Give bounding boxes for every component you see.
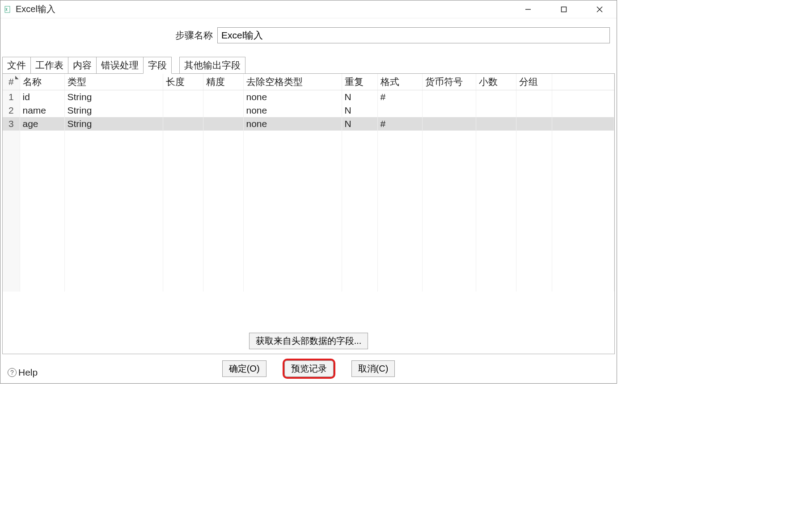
table-row-empty[interactable] [3,265,614,278]
cell-spacer [552,117,614,131]
cell-group[interactable] [516,104,552,117]
cell-group[interactable] [516,117,552,131]
col-header-repeat[interactable]: 重复 [342,74,377,90]
table-row-empty[interactable] [3,211,614,224]
cell-length[interactable] [163,117,203,131]
cell-name[interactable]: age [20,117,64,131]
cancel-button[interactable]: 取消(C) [351,360,395,377]
col-header-length[interactable]: 长度 [163,74,203,90]
window-controls [519,3,613,16]
cell-trim[interactable]: none [243,117,342,131]
col-header-group[interactable]: 分组 [516,74,552,90]
cell-currency[interactable] [422,117,476,131]
fields-grid-wrap[interactable]: #◣ 名称 类型 长度 精度 去除空格类型 重复 格式 货币符号 小数 分组 [3,74,614,329]
minimize-button[interactable] [519,3,537,16]
table-row-empty[interactable] [3,144,614,157]
panel-button-row: 获取来自头部数据的字段... [3,329,614,354]
tab-content[interactable]: 内容 [68,57,97,74]
col-header-trim[interactable]: 去除空格类型 [243,74,342,90]
cell-trim[interactable]: none [243,90,342,104]
cell-num[interactable]: 3 [3,117,20,131]
cell-precision[interactable] [203,104,243,117]
col-header-precision[interactable]: 精度 [203,74,243,90]
fields-panel: #◣ 名称 类型 长度 精度 去除空格类型 重复 格式 货币符号 小数 分组 [2,73,615,354]
table-row-empty[interactable] [3,251,614,265]
maximize-button[interactable] [555,3,573,16]
table-row[interactable]: 2nameStringnoneN [3,104,614,117]
step-name-input[interactable] [217,27,610,43]
svg-rect-2 [562,7,567,12]
cell-length[interactable] [163,104,203,117]
titlebar: Excel输入 [0,0,617,18]
cell-precision[interactable] [203,90,243,104]
cell-group[interactable] [516,90,552,104]
cell-type[interactable]: String [64,90,163,104]
tab-sheet[interactable]: 工作表 [30,57,68,74]
cell-spacer [552,90,614,104]
window-title: Excel输入 [16,3,55,15]
table-row[interactable]: 3ageStringnoneN# [3,117,614,131]
cell-precision[interactable] [203,117,243,131]
cell-decimal[interactable] [476,90,516,104]
cell-currency[interactable] [422,90,476,104]
table-row-empty[interactable] [3,157,614,171]
table-row-empty[interactable] [3,184,614,198]
dialog-content: 步骤名称 文件 工作表 内容 错误处理 字段 其他输出字段 #◣ 名称 类型 [0,18,617,383]
table-row-empty[interactable] [3,171,614,184]
cell-trim[interactable]: none [243,104,342,117]
cell-length[interactable] [163,90,203,104]
cell-type[interactable]: String [64,117,163,131]
cell-format[interactable]: # [377,117,422,131]
cell-currency[interactable] [422,104,476,117]
tab-file[interactable]: 文件 [2,57,31,74]
preview-button[interactable]: 预览记录 [284,360,334,377]
excel-file-icon [4,5,12,13]
col-header-format[interactable]: 格式 [377,74,422,90]
table-row[interactable]: 1idStringnoneN# [3,90,614,104]
cell-name[interactable]: id [20,90,64,104]
col-header-name[interactable]: 名称 [20,74,64,90]
cell-decimal[interactable] [476,117,516,131]
table-row-empty[interactable] [3,224,614,238]
excel-input-dialog: Excel输入 步骤名称 文件 工作表 内容 错误处理 字段 其他输出字段 [0,0,617,384]
help-icon: ? [8,368,17,377]
table-row-empty[interactable] [3,198,614,211]
col-header-num[interactable]: #◣ [3,74,20,90]
cell-num[interactable]: 2 [3,104,20,117]
tab-other-output[interactable]: 其他输出字段 [179,57,245,74]
table-row-empty[interactable] [3,238,614,251]
tab-error[interactable]: 错误处理 [96,57,144,74]
get-header-fields-button[interactable]: 获取来自头部数据的字段... [249,333,368,349]
cell-decimal[interactable] [476,104,516,117]
tab-fields[interactable]: 字段 [143,57,172,74]
cell-repeat[interactable]: N [342,90,377,104]
step-name-label: 步骤名称 [7,29,217,42]
col-header-decimal[interactable]: 小数 [476,74,516,90]
cell-type[interactable]: String [64,104,163,117]
help-label: Help [18,367,38,378]
cell-repeat[interactable]: N [342,104,377,117]
ok-button[interactable]: 确定(O) [222,360,266,377]
cell-num[interactable]: 1 [3,90,20,104]
dialog-button-row: 确定(O) 预览记录 取消(C) ? Help [0,356,617,383]
table-row-empty[interactable] [3,278,614,292]
cell-spacer [552,104,614,117]
fields-grid[interactable]: #◣ 名称 类型 长度 精度 去除空格类型 重复 格式 货币符号 小数 分组 [3,74,614,292]
col-header-currency[interactable]: 货币符号 [422,74,476,90]
svg-rect-0 [5,6,10,13]
step-name-row: 步骤名称 [0,18,617,57]
close-button[interactable] [591,3,609,16]
col-header-spacer [552,74,614,90]
tab-bar: 文件 工作表 内容 错误处理 字段 其他输出字段 [0,57,617,74]
table-row-empty[interactable] [3,131,614,144]
col-header-type[interactable]: 类型 [64,74,163,90]
cell-format[interactable]: # [377,90,422,104]
cell-repeat[interactable]: N [342,117,377,131]
cell-name[interactable]: name [20,104,64,117]
help-link[interactable]: ? Help [8,367,38,378]
cell-format[interactable] [377,104,422,117]
